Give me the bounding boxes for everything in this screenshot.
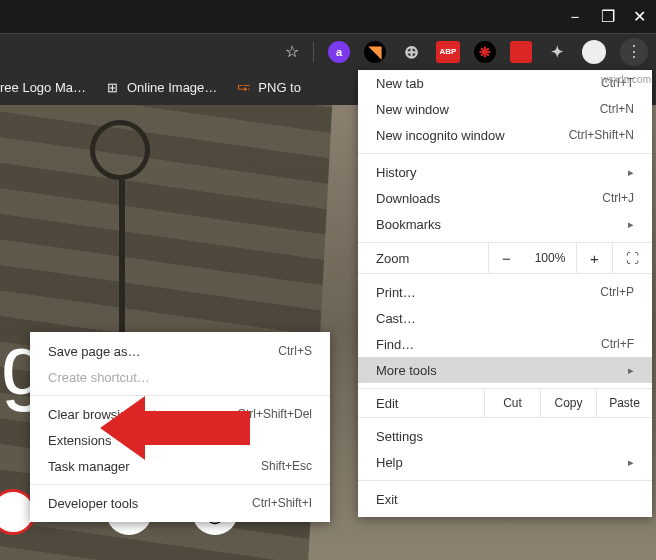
menu-shortcut: Ctrl+S (278, 344, 312, 358)
menu-label: New tab (376, 76, 424, 91)
zoom-in-button[interactable]: + (576, 243, 612, 273)
menu-label: Exit (376, 492, 398, 507)
bookmark-item[interactable]: ree Logo Ma… (0, 80, 86, 95)
menu-label: Print… (376, 285, 416, 300)
extension-abp-icon[interactable]: ABP (436, 41, 460, 63)
fullscreen-button[interactable]: ⛶ (612, 243, 652, 273)
extension-shield-icon[interactable]: ❋ (474, 41, 496, 63)
extension-brave-icon[interactable]: ◥ (364, 41, 386, 63)
extension-globe-icon[interactable]: ⊕ (400, 41, 422, 63)
menu-divider (30, 395, 330, 396)
menu-downloads[interactable]: Downloads Ctrl+J (358, 185, 652, 211)
watermark: wsxdn.com (601, 74, 651, 85)
menu-edit-row: Edit Cut Copy Paste (358, 388, 652, 418)
menu-divider (358, 153, 652, 154)
menu-label: New window (376, 102, 449, 117)
menu-settings[interactable]: Settings (358, 423, 652, 449)
menu-cast[interactable]: Cast… (358, 305, 652, 331)
submenu-save-page[interactable]: Save page as… Ctrl+S (30, 338, 330, 364)
submenu-create-shortcut: Create shortcut… (30, 364, 330, 390)
arrow-head-icon (100, 396, 145, 460)
menu-shortcut: Shift+Esc (261, 459, 312, 473)
menu-incognito[interactable]: New incognito window Ctrl+Shift+N (358, 122, 652, 148)
background-image (90, 120, 150, 180)
extensions-puzzle-icon[interactable]: ✦ (546, 41, 568, 63)
menu-label: Help (376, 455, 403, 470)
menu-label: New incognito window (376, 128, 505, 143)
kebab-menu-icon[interactable]: ⋮ (620, 38, 648, 66)
instruction-arrow (140, 411, 250, 445)
bookmark-item[interactable]: ⮓ PNG to (235, 79, 301, 95)
menu-shortcut: Ctrl+F (601, 337, 634, 351)
submenu-developer-tools[interactable]: Developer tools Ctrl+Shift+I (30, 490, 330, 516)
menu-label: Create shortcut… (48, 370, 150, 385)
menu-label: Task manager (48, 459, 130, 474)
menu-more-tools[interactable]: More tools (358, 357, 652, 383)
browser-toolbar: ☆ a ◥ ⊕ ABP ❋ ✦ ⋮ (0, 33, 656, 69)
minimize-button[interactable]: － (567, 9, 583, 25)
close-button[interactable]: ✕ (633, 9, 646, 25)
menu-label: Developer tools (48, 496, 138, 511)
menu-label: Find… (376, 337, 414, 352)
profile-avatar[interactable] (582, 40, 606, 64)
menu-shortcut: Ctrl+P (600, 285, 634, 299)
copy-button[interactable]: Copy (540, 389, 596, 417)
menu-shortcut: Ctrl+J (602, 191, 634, 205)
menu-divider (358, 480, 652, 481)
menu-label: Cast… (376, 311, 416, 326)
cut-button[interactable]: Cut (484, 389, 540, 417)
menu-shortcut: Ctrl+N (600, 102, 634, 116)
chrome-main-menu: New tab Ctrl+T New window Ctrl+N New inc… (358, 70, 652, 517)
extension-lastpass-icon[interactable] (510, 41, 532, 63)
menu-shortcut: Ctrl+Shift+N (569, 128, 634, 142)
separator (313, 42, 314, 62)
bookmark-icon: ⮓ (235, 79, 251, 95)
menu-history[interactable]: History (358, 159, 652, 185)
menu-exit[interactable]: Exit (358, 486, 652, 512)
menu-divider (30, 484, 330, 485)
menu-bookmarks[interactable]: Bookmarks (358, 211, 652, 237)
window-titlebar: － ❐ ✕ (0, 0, 656, 33)
menu-zoom-row: Zoom − 100% + ⛶ (358, 242, 652, 274)
zoom-value: 100% (524, 251, 576, 265)
menu-label: Bookmarks (376, 217, 441, 232)
paste-button[interactable]: Paste (596, 389, 652, 417)
menu-label: Downloads (376, 191, 440, 206)
zoom-out-button[interactable]: − (488, 243, 524, 273)
menu-label: Save page as… (48, 344, 141, 359)
menu-label: More tools (376, 363, 437, 378)
bookmark-label: ree Logo Ma… (0, 80, 86, 95)
edit-label: Edit (376, 396, 484, 411)
bookmark-label: PNG to (258, 80, 301, 95)
zoom-label: Zoom (376, 251, 488, 266)
arrow-body (140, 411, 250, 445)
menu-find[interactable]: Find… Ctrl+F (358, 331, 652, 357)
bookmark-star-icon[interactable]: ☆ (285, 42, 299, 61)
bookmark-label: Online Image… (127, 80, 217, 95)
bookmark-item[interactable]: ⊞ Online Image… (104, 79, 217, 95)
bookmark-icon: ⊞ (104, 79, 120, 95)
submenu-task-manager[interactable]: Task manager Shift+Esc (30, 453, 330, 479)
menu-print[interactable]: Print… Ctrl+P (358, 279, 652, 305)
restore-button[interactable]: ❐ (601, 9, 615, 25)
extension-amazon-icon[interactable]: a (328, 41, 350, 63)
menu-label: Settings (376, 429, 423, 444)
menu-shortcut: Ctrl+Shift+I (252, 496, 312, 510)
menu-help[interactable]: Help (358, 449, 652, 475)
menu-label: History (376, 165, 416, 180)
menu-new-window[interactable]: New window Ctrl+N (358, 96, 652, 122)
